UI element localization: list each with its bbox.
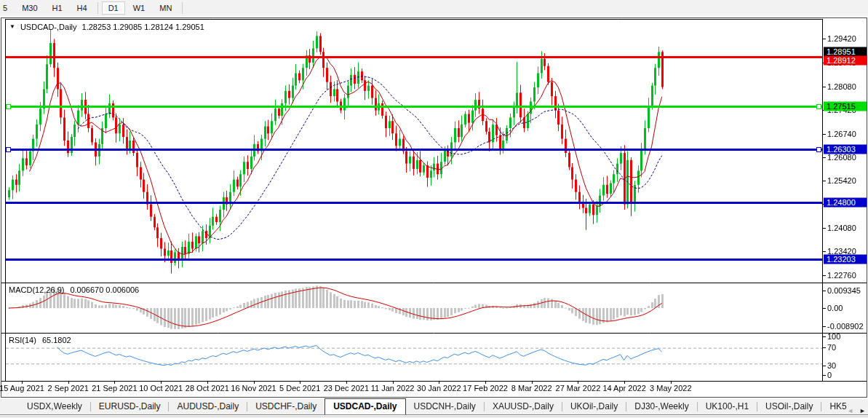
date-axis-label: 10 Oct 2021 — [139, 384, 183, 393]
chart-tab-xauusd-[interactable]: XAUUSD-,Daily — [485, 399, 562, 414]
chart-tab-usdcad-[interactable]: USDCAD-,Daily — [324, 398, 405, 414]
price-tick-label: 1.28080 — [827, 82, 856, 91]
price-badge: 1.24800 — [824, 198, 867, 208]
chart-tab-bar: USDX,WeeklyEURUSD-,DailyAUDUSD-,DailyUSD… — [0, 399, 868, 415]
chart-tab-usdcnh-[interactable]: USDCNH-,Daily — [406, 399, 484, 414]
rsi-axis-label: 0 — [827, 371, 832, 379]
chart-tab-usdchf-[interactable]: USDCHF-,Daily — [247, 399, 324, 414]
price-tick-label: 1.22760 — [827, 271, 856, 280]
rsi-axis-label: 100 — [827, 332, 840, 341]
price-badge: 1.28912 — [824, 56, 867, 66]
date-axis-label: 28 Oct 2021 — [186, 384, 229, 393]
timeframe-button-h4[interactable]: H4 — [71, 1, 94, 15]
chart-tab-usdx[interactable]: USDX,Weekly — [19, 399, 90, 414]
macd-axis-label: -0.008902 — [827, 322, 864, 331]
date-axis-label: 2 Sep 2021 — [48, 384, 89, 393]
macd-values: 0.006670 0.006006 — [70, 285, 139, 294]
timeframe-button-d1[interactable]: D1 — [102, 1, 125, 15]
macd-indicator-label: MACD(12,26,9) 0.006670 0.006006 — [9, 285, 139, 294]
date-axis-label: 30 Jan 2022 — [417, 384, 461, 393]
timeframe-button-mn[interactable]: MN — [153, 1, 178, 15]
chart-ohlc-values: 1.28253 1.29085 1.28124 1.29051 — [82, 23, 204, 31]
chart-title: ▼ USDCAD-,Daily 1.28253 1.29085 1.28124 … — [9, 23, 204, 31]
chart-tab-usoil-[interactable]: USOil-,Daily — [757, 399, 821, 414]
chart-symbol-label: USDCAD-,Daily — [20, 23, 77, 31]
macd-name: MACD(12,26,9) — [9, 285, 64, 294]
timeframe-button-5[interactable]: 5 — [1, 1, 14, 15]
chart-tab-uk100-[interactable]: UK100-,H1 — [698, 399, 757, 414]
chart-tab-dj30-[interactable]: DJ30-,Weekly — [626, 399, 696, 414]
rsi-value: 65.1802 — [42, 336, 71, 344]
date-axis-label: 8 Mar 2022 — [511, 384, 552, 393]
price-tick-label: 1.24080 — [827, 224, 856, 232]
date-axis-label: 17 Feb 2022 — [463, 384, 508, 393]
rsi-axis-label: 70 — [827, 343, 836, 352]
price-badge: 1.26303 — [824, 145, 867, 154]
timeframe-button-w1[interactable]: W1 — [127, 1, 152, 15]
date-axis-label: 14 Apr 2022 — [602, 384, 645, 393]
date-axis-label: 23 Dec 2021 — [324, 384, 369, 393]
tab-scroll-right-icon[interactable]: ► — [859, 406, 866, 415]
rsi-axis-label: 30 — [827, 361, 836, 370]
symbol-dropdown-icon[interactable]: ▼ — [9, 23, 15, 30]
timeframe-button-m30[interactable]: M30 — [15, 1, 44, 15]
date-axis-label: 21 Sep 2021 — [92, 384, 137, 393]
date-axis-label: 15 Aug 2021 — [0, 384, 44, 393]
chart-tab-eurusd-[interactable]: EURUSD-,Daily — [91, 399, 169, 414]
timeframe-button-h1[interactable]: H1 — [46, 1, 69, 15]
price-tick-label: 1.29420 — [827, 34, 856, 43]
rsi-indicator-label: RSI(14) 65.1802 — [9, 336, 71, 344]
date-axis-label: 27 Mar 2022 — [556, 384, 601, 393]
rsi-name: RSI(14) — [9, 336, 36, 344]
terminal-window: 5M30H1H4D1W1MN ▼ USDCAD-,Daily 1.28253 1… — [0, 0, 868, 418]
date-axis-label: 5 Dec 2021 — [279, 384, 320, 393]
timeframe-toolbar: 5M30H1H4D1W1MN — [0, 0, 868, 16]
date-axis-label: 16 Nov 2021 — [231, 384, 276, 393]
toolbar-separator — [182, 2, 183, 14]
price-tick-label: 1.26080 — [827, 153, 856, 162]
price-badge: 1.23203 — [824, 255, 867, 264]
price-chart-canvas[interactable] — [0, 0, 868, 399]
chart-tab-audusd-[interactable]: AUDUSD-,Daily — [169, 399, 247, 414]
price-badge: 1.27515 — [824, 102, 867, 111]
chart-tab-ukoil-[interactable]: UKOil-,Daily — [562, 399, 626, 414]
price-tick-label: 1.25420 — [827, 176, 856, 185]
macd-axis-label: 0.009345 — [827, 286, 861, 295]
date-axis-label: 11 Jan 2022 — [371, 384, 415, 393]
macd-axis-label: 0.00 — [827, 304, 843, 312]
toolbar-separator — [97, 2, 98, 14]
tab-scroll-buttons: ◄ ► — [847, 406, 866, 415]
tab-scroll-left-icon[interactable]: ◄ — [847, 406, 853, 415]
price-tick-label: 1.26740 — [827, 130, 856, 138]
date-axis-label: 3 May 2022 — [650, 384, 691, 393]
